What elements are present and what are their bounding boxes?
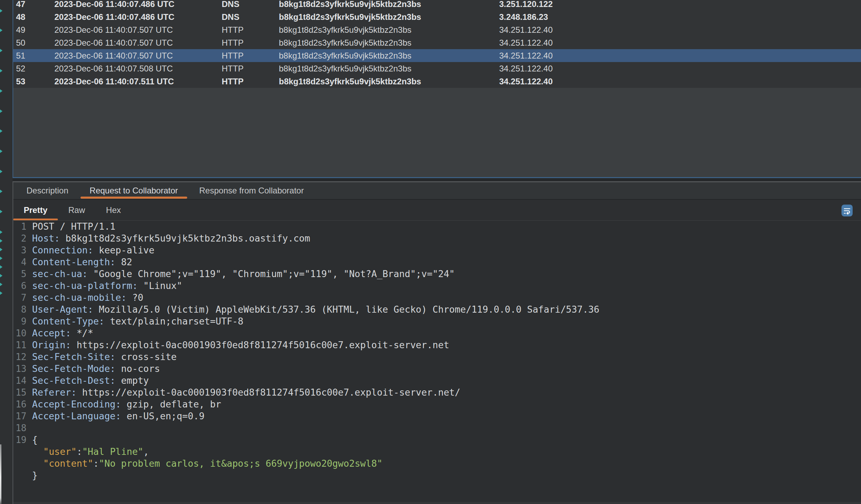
line-number: 10	[13, 327, 26, 339]
edge-marker-icon	[0, 170, 2, 173]
burp-collaborator-screen: { "colors": { "accent_orange": "#d1753c"…	[0, 0, 861, 504]
editor-bottom-edge	[13, 502, 861, 504]
line-number: 4	[13, 256, 26, 268]
editor-line-3: 3Connection: keep-alive	[13, 244, 861, 256]
edge-marker-icon	[0, 248, 2, 251]
subtab-raw[interactable]: Raw	[58, 200, 96, 220]
line-number: 3	[13, 244, 26, 256]
interaction-row-47[interactable]: 472023-Dec-06 11:40:07.486 UTCDNSb8kg1t8…	[13, 0, 861, 10]
line-content: Content-Type: text/plain;charset=UTF-8	[32, 316, 243, 327]
cell-payload: b8kg1t8d2s3yfkrk5u9vjk5ktbz2n3bs	[279, 10, 421, 23]
cell-type: HTTP	[222, 36, 244, 49]
line-content: POST / HTTP/1.1	[32, 221, 115, 232]
line-content: Connection: keep-alive	[32, 245, 154, 255]
cell-time: 2023-Dec-06 11:40:07.508 UTC	[54, 62, 173, 75]
cell-time: 2023-Dec-06 11:40:07.507 UTC	[54, 23, 173, 36]
editor-line-9: 9Content-Type: text/plain;charset=UTF-8	[13, 315, 861, 327]
interaction-row-48[interactable]: 482023-Dec-06 11:40:07.486 UTCDNSb8kg1t8…	[13, 10, 861, 23]
cell-type: HTTP	[222, 75, 244, 88]
editor-line-6: 6sec-ch-ua-platform: "Linux"	[13, 280, 861, 292]
line-number: 9	[13, 315, 26, 327]
line-content: Origin: https://exploit-0ac0001903f0ed8f…	[32, 339, 449, 350]
line-content: User-Agent: Mozilla/5.0 (Victim) AppleWe…	[32, 304, 599, 315]
tab-description[interactable]: Description	[17, 182, 77, 199]
interaction-row-51[interactable]: 512023-Dec-06 11:40:07.507 UTCHTTPb8kg1t…	[13, 49, 861, 62]
edge-marker-icon	[0, 150, 2, 153]
edge-marker-icon	[0, 129, 2, 133]
subtab-hex[interactable]: Hex	[96, 200, 131, 220]
interaction-row-49[interactable]: 492023-Dec-06 11:40:07.507 UTCHTTPb8kg1t…	[13, 23, 861, 36]
editor-line-8: 8User-Agent: Mozilla/5.0 (Victim) AppleW…	[13, 304, 861, 315]
line-content: }	[32, 470, 38, 481]
line-number: 19	[13, 434, 26, 446]
cell-payload: b8kg1t8d2s3yfkrk5u9vjk5ktbz2n3bs	[279, 49, 411, 62]
interaction-row-52[interactable]: 522023-Dec-06 11:40:07.508 UTCHTTPb8kg1t…	[13, 62, 861, 75]
interaction-detail-panel: DescriptionRequest to CollaboratorRespon…	[13, 182, 861, 504]
editor-line-7: 7sec-ch-ua-mobile: ?0	[13, 292, 861, 304]
detail-tab-bar: DescriptionRequest to CollaboratorRespon…	[13, 182, 861, 200]
editor-line-18: 18	[13, 422, 861, 434]
line-number: 7	[13, 292, 26, 304]
cell-ip: 34.251.122.40	[499, 23, 553, 36]
message-view-tab-bar: PrettyRawHex	[13, 200, 861, 221]
cell-ip: 34.251.122.40	[499, 62, 553, 75]
edge-marker-icon	[0, 109, 2, 113]
line-number: 6	[13, 280, 26, 292]
cell-payload: b8kg1t8d2s3yfkrk5u9vjk5ktbz2n3bs	[279, 36, 411, 49]
edge-marker-icon	[0, 190, 2, 193]
tab-request-to-collaborator[interactable]: Request to Collaborator	[81, 182, 187, 199]
cell-time: 2023-Dec-06 11:40:07.486 UTC	[54, 0, 174, 10]
editor-line-14: 14Sec-Fetch-Dest: empty	[13, 375, 861, 387]
cell-num: 52	[16, 62, 25, 75]
request-editor[interactable]: 1POST / HTTP/1.12Host: b8kg1t8d2s3yfkrk5…	[13, 221, 861, 504]
line-content: sec-ch-ua-mobile: ?0	[32, 292, 143, 303]
cell-num: 47	[16, 0, 25, 10]
edge-marker-icon	[0, 29, 2, 32]
cell-type: HTTP	[222, 23, 244, 36]
subtab-pretty[interactable]: Pretty	[13, 200, 58, 220]
line-content: {	[32, 434, 38, 445]
line-content: "content":"No problem carlos, it&apos;s …	[32, 458, 382, 469]
editor-line-17: 17Accept-Language: en-US,en;q=0.9	[13, 410, 861, 422]
edge-marker-icon	[0, 265, 2, 269]
cell-ip: 3.251.120.122	[499, 0, 553, 10]
editor-line-16: 16Accept-Encoding: gzip, deflate, br	[13, 398, 861, 410]
line-content: Accept-Language: en-US,en;q=0.9	[32, 411, 205, 421]
line-number: 13	[13, 363, 26, 375]
line-content: Sec-Fetch-Dest: empty	[32, 375, 149, 386]
cell-num: 51	[16, 49, 25, 62]
editor-line-15: 15Referer: https://exploit-0ac0001903f0e…	[13, 387, 861, 398]
cell-num: 48	[16, 10, 25, 23]
interaction-row-53[interactable]: 532023-Dec-06 11:40:07.511 UTCHTTPb8kg1t…	[13, 75, 861, 88]
editor-line-12: 12Sec-Fetch-Site: cross-site	[13, 351, 861, 363]
line-number: 12	[13, 351, 26, 363]
edge-marker-icon	[0, 239, 2, 243]
cell-num: 49	[16, 23, 25, 36]
cell-time: 2023-Dec-06 11:40:07.507 UTC	[54, 36, 173, 49]
cell-num: 53	[16, 75, 25, 88]
line-content: Accept-Encoding: gzip, deflate, br	[32, 399, 221, 410]
interaction-row-50[interactable]: 502023-Dec-06 11:40:07.507 UTCHTTPb8kg1t…	[13, 36, 861, 49]
cell-type: DNS	[222, 0, 239, 10]
cell-payload: b8kg1t8d2s3yfkrk5u9vjk5ktbz2n3bs	[279, 23, 411, 36]
line-number: 15	[13, 387, 26, 398]
editor-line-5: 5sec-ch-ua: "Google Chrome";v="119", "Ch…	[13, 268, 861, 280]
edge-marker-icon	[0, 230, 2, 234]
tab-response-from-collaborator[interactable]: Response from Collaborator	[190, 182, 313, 199]
line-number: 16	[13, 398, 26, 410]
line-number: 5	[13, 268, 26, 280]
cell-type: DNS	[222, 10, 239, 23]
line-number: 8	[13, 304, 26, 315]
editor-line-wrap: "user":"Hal Pline",	[13, 446, 861, 458]
panel-splitter[interactable]	[13, 178, 861, 181]
editor-line-1: 1POST / HTTP/1.1	[13, 221, 861, 232]
cell-time: 2023-Dec-06 11:40:07.486 UTC	[54, 10, 174, 23]
collaborator-interactions-panel[interactable]: 472023-Dec-06 11:40:07.486 UTCDNSb8kg1t8…	[13, 0, 861, 178]
cell-ip: 34.251.122.40	[499, 75, 553, 88]
line-content: Sec-Fetch-Site: cross-site	[32, 351, 177, 362]
line-content: Content-Length: 82	[32, 257, 132, 267]
word-wrap-toggle-button[interactable]	[841, 205, 853, 216]
line-number: 14	[13, 375, 26, 387]
cell-time: 2023-Dec-06 11:40:07.511 UTC	[54, 75, 174, 88]
cell-payload: b8kg1t8d2s3yfkrk5u9vjk5ktbz2n3bs	[279, 62, 411, 75]
